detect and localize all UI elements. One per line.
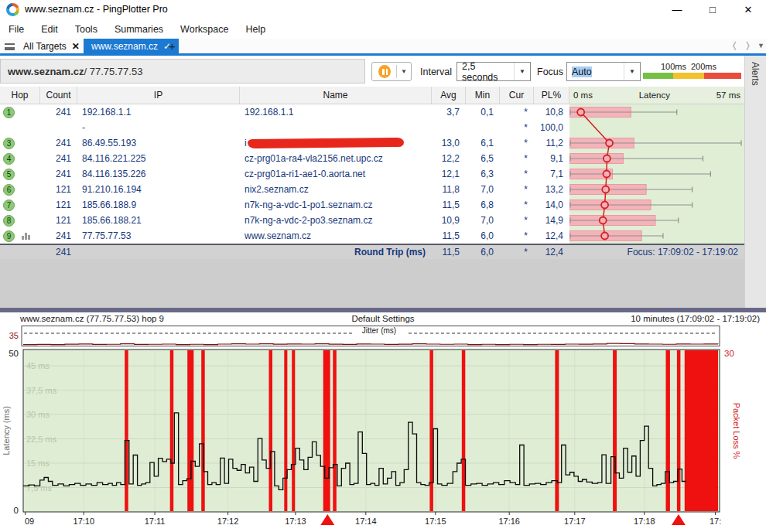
- ip-cell: 91.210.16.194: [77, 182, 240, 197]
- x-tick-label: 17:13: [285, 517, 306, 526]
- cur-cell: *: [500, 151, 534, 166]
- table-row-hop-3[interactable]: 324186.49.55.193i13,06,1*11,2: [0, 135, 744, 151]
- table-row-hop-1[interactable]: 1241192.168.1.1192.168.1.13,70,1*10,8: [0, 104, 744, 120]
- hostname-text: i: [245, 138, 247, 148]
- alerts-side-tab[interactable]: Alerts: [744, 56, 766, 308]
- column-header-cur[interactable]: Cur: [500, 87, 534, 104]
- tab-all-targets-label: All Targets: [23, 41, 67, 52]
- min-cell: 6,3: [466, 166, 500, 182]
- tab-all-targets[interactable]: All Targets ✕: [19, 39, 84, 53]
- cur-cell: *: [500, 120, 534, 135]
- pl-cell: 7,1: [534, 166, 569, 182]
- latency-scale-right: 57 ms: [716, 90, 740, 100]
- hop-cell: 8: [0, 213, 40, 228]
- close-button[interactable]: ✕: [730, 0, 766, 19]
- pl-cell: 10,8: [534, 104, 569, 120]
- close-tab-icon[interactable]: ✕: [72, 41, 80, 52]
- column-header-avg[interactable]: Avg: [432, 87, 466, 104]
- packet-loss-bar: [462, 350, 466, 511]
- footer-cur: *: [500, 245, 534, 259]
- min-cell: [466, 120, 500, 135]
- column-header-min[interactable]: Min: [466, 87, 500, 104]
- min-cell: 6,0: [466, 228, 500, 244]
- scroll-left-icon[interactable]: ❬: [731, 40, 738, 50]
- count-cell: [40, 120, 77, 135]
- packet-loss-bar: [666, 350, 670, 511]
- table-row-hop-6[interactable]: 612191.210.16.194nix2.seznam.cz11,87,0*1…: [0, 182, 744, 197]
- ip-cell: 84.116.135.226: [77, 166, 240, 182]
- ip-cell: -: [77, 120, 240, 135]
- pause-button[interactable]: ▼: [371, 62, 412, 81]
- menu-edit[interactable]: Edit: [32, 22, 67, 37]
- latency-graph-cell: [569, 182, 744, 197]
- count-cell: 241: [40, 228, 77, 244]
- latency-scale-center: Latency: [639, 90, 670, 100]
- name-cell: nix2.seznam.cz: [240, 182, 432, 197]
- hop-cell: 5: [0, 166, 40, 182]
- cur-cell: *: [500, 228, 534, 244]
- ip-cell: 77.75.77.53: [77, 228, 240, 244]
- x-tick-label: 17:11: [145, 517, 166, 526]
- tab-scroll-controls: ❬ ❭ ▼: [731, 40, 764, 50]
- column-header-hop[interactable]: Hop: [0, 87, 40, 104]
- column-header-count[interactable]: Count: [40, 87, 77, 104]
- interval-value: 2,5 seconds: [457, 61, 514, 83]
- inner-y-label: 22,5 ms: [26, 435, 57, 444]
- table-row-hop-unknown[interactable]: -*100,0: [0, 120, 744, 135]
- menu-workspace[interactable]: Workspace: [172, 22, 237, 37]
- focus-marker-triangle[interactable]: [672, 514, 686, 525]
- timeline-header: www.seznam.cz (77.75.77.53) hop 9 Defaul…: [0, 312, 766, 326]
- target-ip: / 77.75.77.53: [84, 66, 143, 77]
- x-tick-label: 17:10: [74, 517, 95, 526]
- avg-cell: 12,1: [432, 166, 466, 182]
- x-tick-label: 17:15: [425, 517, 446, 526]
- count-cell: 121: [40, 182, 77, 197]
- jitter-graph[interactable]: 35Jitter (ms): [0, 326, 766, 346]
- table-row-hop-9[interactable]: 924177.75.77.53www.seznam.cz11,56,0*12,4: [0, 228, 744, 244]
- focus-select[interactable]: Auto ▼: [566, 62, 641, 81]
- latency-axis-title: Latency (ms): [2, 406, 11, 455]
- menu-help[interactable]: Help: [237, 22, 274, 37]
- graph-shown-icon[interactable]: [22, 233, 30, 240]
- minimize-button[interactable]: —: [659, 0, 695, 19]
- hamburger-icon[interactable]: [5, 43, 15, 50]
- pl-cell: 9,1: [534, 151, 569, 166]
- menu-file[interactable]: File: [0, 22, 32, 37]
- timeline-graph[interactable]: 45 ms37,5 ms30 ms22,5 ms15 ms7,5 ms50030…: [0, 346, 766, 532]
- footer-avg: 11,5: [432, 245, 466, 259]
- pause-dropdown-icon[interactable]: ▼: [396, 65, 411, 78]
- table-row-hop-7[interactable]: 7121185.66.188.9n7k-ng-a-vdc-1-po1.sezna…: [0, 197, 744, 213]
- scroll-right-icon[interactable]: ❭: [744, 40, 751, 50]
- avg-cell: 11,8: [432, 182, 466, 197]
- hop-cell: 3: [0, 135, 40, 151]
- column-header-ip[interactable]: IP: [77, 87, 240, 104]
- x-tick-label: 09: [25, 517, 34, 526]
- table-row-hop-5[interactable]: 524184.116.135.226cz-prg01a-ri1-ae1-0.ao…: [0, 166, 744, 182]
- timeline-range-label[interactable]: 10 minutes (17:09:02 - 17:19:02): [631, 314, 760, 323]
- tab-list-dropdown-icon[interactable]: ▼: [757, 42, 764, 49]
- min-cell: 0,1: [466, 104, 500, 120]
- latency-scale-left: 0 ms: [573, 90, 593, 100]
- column-header-latency[interactable]: 0 msLatency57 ms: [569, 87, 744, 104]
- table-row-hop-4[interactable]: 424184.116.221.225cz-prg01a-ra4-vla2156.…: [0, 151, 744, 166]
- focus-marker-triangle[interactable]: [320, 514, 334, 525]
- name-cell: 192.168.1.1: [240, 104, 432, 120]
- hop-number-badge: 7: [3, 200, 15, 211]
- maximize-button[interactable]: □: [695, 0, 730, 19]
- footer-ip: [77, 245, 240, 259]
- hop-number-badge: 3: [3, 138, 15, 149]
- menu-summaries[interactable]: Summaries: [106, 22, 172, 37]
- menu-tools[interactable]: Tools: [67, 22, 106, 37]
- cur-cell: *: [500, 197, 534, 213]
- round-trip-row: 241Round Trip (ms)11,56,0*12,4Focus: 17:…: [0, 244, 744, 259]
- column-header-pl[interactable]: PL%: [534, 87, 569, 104]
- column-header-name[interactable]: Name: [240, 87, 432, 104]
- hop-cell: 6: [0, 182, 40, 197]
- table-row-hop-8[interactable]: 8121185.66.188.21n7k-ng-a-vdc-2-po3.sezn…: [0, 213, 744, 228]
- new-tab-button[interactable]: +: [165, 39, 180, 53]
- interval-select[interactable]: 2,5 seconds ▼: [457, 62, 531, 81]
- jitter-title: Jitter (ms): [362, 326, 396, 335]
- avg-cell: 13,0: [432, 135, 466, 151]
- hop-cell: 4: [0, 151, 40, 166]
- hop-cell: [0, 120, 40, 135]
